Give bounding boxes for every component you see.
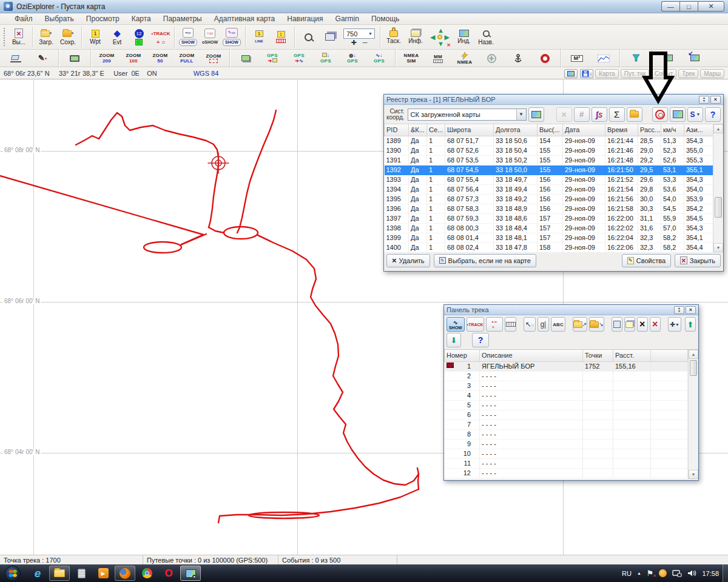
table-row[interactable]: 10- - - - (445, 449, 688, 458)
updater-icon[interactable] (659, 569, 667, 577)
map-export-button[interactable]: ↙ (681, 50, 708, 67)
table-row[interactable]: 3- - - - (445, 381, 688, 390)
menu-options[interactable]: Параметры (157, 15, 208, 23)
clear-track-button[interactable]: × (637, 317, 648, 332)
table-row[interactable]: 12- - - - (445, 468, 688, 478)
table-row[interactable]: 1396Да168 07 58,333 18 48,915629-ноя-091… (385, 204, 713, 213)
table-row[interactable]: 1389Да168 07 51,733 18 50,615429-ноя-091… (385, 136, 713, 146)
column-header[interactable]: Ази... (684, 124, 713, 136)
menu-moving-map[interactable]: Адаптивная карта (208, 15, 281, 23)
label-button[interactable]: ABC (551, 317, 565, 332)
toggle-routes-button[interactable]: Марш (700, 69, 724, 78)
menu-file[interactable]: Файл (8, 15, 39, 23)
menu-help[interactable]: Помощь (365, 15, 405, 23)
show-point-on-map-button[interactable] (652, 107, 668, 122)
statistics-button[interactable]: Σ (609, 107, 625, 122)
compass-button[interactable]: ✚ (478, 50, 505, 67)
table-row[interactable]: 1391Да168 07 53,533 18 50,215529-ноя-091… (385, 155, 713, 165)
table-row[interactable]: 6- - - - (445, 410, 688, 420)
save-position-button[interactable]: ↓ (580, 69, 593, 78)
properties-button[interactable]: ✎Свойства (622, 254, 671, 267)
action-center-icon[interactable]: ⚑× (647, 569, 654, 578)
scroll-thumb[interactable] (690, 360, 697, 376)
taskbar-chrome-button[interactable] (136, 566, 157, 581)
smooth-track-button[interactable]: ∫S (592, 107, 607, 122)
toggle-events-button[interactable]: Событ (651, 69, 676, 78)
sort-button[interactable]: S▼ (687, 107, 703, 122)
taskbar-calculator-button[interactable] (71, 566, 92, 581)
zoom-out-button[interactable]: ─ (363, 40, 368, 45)
filter-button[interactable] (622, 50, 649, 67)
table-row[interactable]: 8- - - - (445, 429, 688, 439)
save-track-button[interactable] (627, 107, 642, 122)
registry-scrollbar[interactable]: ▲ ▼ (713, 124, 723, 252)
close-button[interactable]: ✕ (698, 1, 724, 12)
event-button[interactable]: ◆ Evt (106, 25, 128, 48)
move-up-button[interactable]: ⬆ (685, 317, 696, 332)
grid-filter-button[interactable]: # (574, 107, 590, 122)
options-button[interactable]: ✚▼ (668, 317, 681, 332)
mm-ruler-button[interactable]: MM (425, 50, 451, 67)
table-row[interactable]: 2- - - - (445, 371, 688, 381)
column-header[interactable] (651, 350, 688, 361)
show-names-button[interactable]: ○▭ oSHOW (199, 25, 221, 48)
move-down-button[interactable]: ⬇ (447, 333, 461, 347)
taskbar-oziexplorer-button[interactable] (180, 566, 201, 581)
scroll-up-icon[interactable]: ▲ (713, 124, 723, 133)
point-comment-button[interactable]: 12 C (128, 25, 150, 48)
column-header[interactable]: Номер (445, 350, 480, 361)
zoom-full-button[interactable]: ZOOMFULL (174, 50, 200, 67)
menu-select[interactable]: Выбрать (39, 15, 80, 23)
table-row[interactable]: 1394Да168 07 56,433 18 49,415629-ноя-091… (385, 184, 713, 194)
table-row[interactable]: 1400Да168 08 02,433 18 47,815829-ноя-091… (385, 242, 713, 252)
screen-to-gps-button[interactable] (232, 50, 259, 67)
column-header[interactable]: PID (385, 124, 409, 136)
zoom-200-button[interactable]: ZOOM200 (93, 50, 120, 67)
table-row[interactable]: 1395Да168 07 57,333 18 49,215629-ноя-091… (385, 194, 713, 204)
column-header[interactable]: км/ч (661, 124, 684, 136)
table-row[interactable]: 11- - - - (445, 458, 688, 468)
gps-send-track-button[interactable]: GPS ➔∿ (286, 50, 312, 67)
taskbar-firefox-button[interactable] (115, 566, 135, 581)
zoom-window-button[interactable]: ZOOM (200, 50, 227, 67)
name-search-button[interactable]: Назв. (475, 25, 497, 48)
table-row[interactable]: 1ЯГЕЛЬНЫЙ БОР1752155,16 (445, 361, 688, 371)
zoom-100-button[interactable]: ZOOM100 (120, 50, 147, 67)
gps-get-track-button[interactable]: ∿↓ GPS (366, 50, 393, 67)
minimize-button[interactable]: — (661, 1, 679, 12)
map-number-ruler-button[interactable]: 1 (270, 25, 292, 48)
restore-button[interactable]: □ (679, 1, 698, 12)
save-button[interactable]: ▾ Сохр. (57, 25, 79, 48)
info-button[interactable]: Инф. (405, 25, 426, 48)
clock[interactable]: 17:58 (702, 570, 719, 577)
table-row[interactable]: 5- - - - (445, 400, 688, 410)
save-track-button[interactable]: ↘ (589, 317, 604, 332)
profile-button[interactable] (590, 50, 617, 67)
magnify-button[interactable] (297, 25, 319, 48)
scroll-down-icon[interactable]: ▼ (713, 243, 723, 252)
taskbar-opera-button[interactable]: O (158, 566, 179, 581)
waypoint-button[interactable]: 1 Wpt (84, 25, 106, 48)
windows-cascade-button[interactable] (319, 25, 341, 48)
scroll-thumb[interactable] (715, 197, 722, 218)
rollup-button[interactable]: ▲▼ (699, 96, 709, 104)
scroll-down-icon[interactable]: ▼ (689, 470, 698, 479)
coord-system-select[interactable]: СК загруженной карты ▼ (408, 109, 527, 121)
toolbar-grip[interactable] (3, 27, 6, 47)
show-waypoints-button[interactable]: •▭ SHOW (177, 25, 199, 48)
screen-capture-button[interactable] (61, 50, 88, 67)
toggle-map-button[interactable]: Карта (595, 69, 619, 78)
gps-send-waypoints-button[interactable]: GPS ➔ (259, 50, 286, 67)
show-desktop-button[interactable] (723, 564, 728, 582)
taskbar-ie-button[interactable]: e (27, 566, 48, 581)
close-icon[interactable]: × (686, 306, 696, 314)
index-map-button[interactable]: Инд. (453, 25, 475, 48)
select-not-on-map-button[interactable]: ✎Выбрать, если не на карте (434, 254, 536, 267)
column-header[interactable]: &К... (409, 124, 427, 136)
help-button[interactable]: ? (472, 333, 489, 347)
table-row[interactable]: 1392Да168 07 54,533 18 50,015529-ноя-091… (385, 165, 713, 175)
track-control-button[interactable]: •TRACK + ○ (150, 25, 172, 48)
properties-button[interactable] (624, 317, 635, 332)
ruler-button[interactable] (505, 317, 516, 332)
column-header[interactable]: Точки (583, 350, 613, 361)
